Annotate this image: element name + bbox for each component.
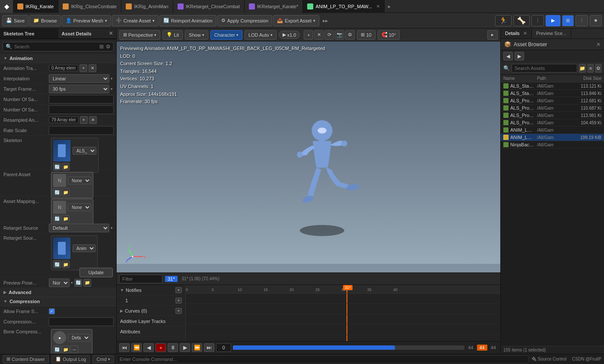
step-back-btn[interactable]: ⏪ (131, 343, 142, 352)
settings-btn[interactable]: ⋮ (531, 15, 544, 26)
skeleton-btn[interactable]: 🦴 (513, 15, 530, 26)
details-close-icon[interactable]: ✕ (523, 31, 527, 36)
pause-btn[interactable]: ⏸ (168, 343, 178, 352)
toolbar-more-icon[interactable]: ▸▸ (320, 16, 331, 25)
ab-forward-btn[interactable]: ▶ (515, 52, 524, 60)
show-btn[interactable]: Show ▾ (185, 30, 208, 40)
playback-speed-btn[interactable]: ▶ x1.0 (279, 31, 300, 39)
console-input[interactable] (117, 355, 529, 363)
interpolation-select[interactable]: Linear (49, 74, 109, 83)
lit-btn[interactable]: 💡 Lit (162, 30, 183, 40)
run-button[interactable]: ▶ (546, 15, 560, 26)
tab-ikrig-closecombate[interactable]: IKRig_CloseCombate (58, 0, 121, 13)
ab-item-2[interactable]: ALS_Props_Tor /All/Gam 112.681 Ki (501, 97, 604, 104)
remove-resampled-button[interactable]: ✕ (89, 116, 97, 124)
browse-button[interactable]: 📁 Browse (29, 15, 61, 26)
save-button[interactable]: 💾 Save (2, 15, 29, 26)
curves-add-btn[interactable]: + (175, 308, 182, 314)
asset-details-tab[interactable]: Asset Details ✕ (58, 28, 117, 39)
tab-ikretarget-closecombat[interactable]: IKRetarget_CloseCombat (173, 0, 245, 13)
ab-item-1[interactable]: ALS_StanceVari /All/Gam 113.846 Ki (501, 90, 604, 97)
num-samples2-input[interactable]: 44 (49, 105, 114, 114)
start-frame-input[interactable] (216, 343, 231, 352)
viewport-more-btn[interactable]: ▸ (487, 30, 498, 40)
reimport-button[interactable]: 🔄 Reimport Animation (159, 15, 216, 26)
cmd-btn[interactable]: Cmd ▾ (92, 355, 114, 363)
tab-anim-lp[interactable]: ANIM_LP_TO_RP_MAW... ✕ (303, 0, 385, 13)
retarget-btn[interactable]: 🏃 (495, 15, 512, 26)
mapping-reload-button[interactable]: 🔄 (53, 215, 61, 223)
col-name-header[interactable]: Name (503, 76, 535, 81)
bone-swap-button[interactable]: ↔ (70, 345, 78, 353)
snap-size-btn[interactable]: 🧲 10° (378, 30, 400, 40)
export-asset-button[interactable]: 📤 Export Asset ▾ (273, 15, 319, 26)
col-size-header[interactable]: Disk Size (573, 76, 601, 81)
retarget-source2-select[interactable]: Anim (73, 244, 95, 252)
panel-close-icon[interactable]: ✕ (109, 31, 113, 36)
camera-btn[interactable]: 📷 (335, 30, 344, 40)
content-drawer-btn[interactable]: ⊞ Content Drawer (3, 355, 49, 363)
preview-reload-btn[interactable]: 🔄 (74, 279, 82, 287)
star-btn[interactable]: ★ (590, 15, 602, 26)
allow-frame-checkbox[interactable]: ✓ (49, 308, 55, 314)
ab-folder-btn[interactable]: 📁 (579, 64, 586, 73)
refresh-btn[interactable]: ⟳ (324, 30, 334, 40)
grid-view-icon[interactable]: ⊞ (99, 44, 104, 50)
details-tab[interactable]: Details ✕ (501, 28, 532, 38)
more-layout-btn[interactable]: ⋮ (575, 15, 588, 26)
add-resampled-button[interactable]: + (80, 116, 88, 124)
preview-mesh-button[interactable]: 👤 Preview Mesh ▾ (62, 15, 111, 26)
rate-scale-input[interactable]: 1.0 (49, 126, 114, 135)
ab-filter-btn[interactable]: ≡ (588, 64, 594, 73)
lod-btn[interactable]: LOD Auto ▾ (245, 30, 277, 40)
ab-settings-btn[interactable]: ⚙ (595, 64, 601, 73)
skeleton-tree-tab[interactable]: Skeleton Tree (0, 28, 58, 39)
remove-track-button[interactable]: ✕ (89, 64, 96, 72)
advanced-section-header[interactable]: ▶ Advanced (0, 288, 116, 297)
output-log-btn[interactable]: 📋 Output Log (51, 355, 90, 363)
ab-item-7[interactable]: ANIM_LP_TO_R /All/Gam 199.19 KiB (501, 134, 604, 141)
tab-ikrig-karate[interactable]: IKRig_Karate (13, 0, 58, 13)
viewport-canvas[interactable]: Previewing Animation ANIM_LP_TO_RP_MAWAS… (117, 41, 500, 272)
goto-start-btn[interactable]: ⏮ (119, 343, 130, 352)
expand-icon[interactable]: ▶ (120, 309, 123, 313)
remove-marker-btn[interactable]: ✕ (314, 30, 324, 40)
tab-ikretarget-karate[interactable]: IKRetarget_Karate* (245, 0, 303, 13)
asset-browser-close-icon[interactable]: ✕ (596, 41, 601, 47)
ab-item-3[interactable]: ALS_Props_Tor /All/Gam 110.687 Ki (501, 104, 604, 112)
add-track-button[interactable]: + (79, 64, 87, 72)
parent-folder-button[interactable]: 📁 (62, 188, 70, 196)
ab-search-input[interactable] (512, 64, 577, 73)
ab-item-4[interactable]: ALS_Props_Tor /All/Gam 113.981 Ki (501, 112, 604, 119)
num-samples1-input[interactable]: 45 (49, 95, 114, 104)
timeline-filter-input[interactable] (119, 275, 162, 283)
ab-item-5[interactable]: ALS_Props_Tor /All/Gam 104.459 Ki (501, 119, 604, 127)
step-fwd-btn[interactable]: ⏩ (192, 343, 202, 352)
notifies-add-btn[interactable]: + (175, 287, 182, 293)
ab-item-6[interactable]: ANIM_LP_TO_R /All/Gam (501, 127, 604, 134)
retarget-source-select[interactable]: Default (49, 224, 109, 232)
settings-icon[interactable]: ⚙ (106, 44, 111, 50)
compression-section-header[interactable]: ▼ Compression (0, 297, 116, 306)
notifies-sub-add-btn[interactable]: + (175, 298, 182, 304)
layout-btn[interactable]: ⊞ (562, 15, 574, 26)
parent-asset-select[interactable]: None (68, 177, 91, 184)
target-frame-select[interactable]: 30 fps (49, 85, 109, 93)
compression-input[interactable]: 1.0 (49, 317, 114, 326)
tab-ikrig-animman[interactable]: IKRig_AnimMan (121, 0, 173, 13)
search-input[interactable] (14, 44, 97, 49)
preview-scene-tab[interactable]: Preview Sce... (532, 28, 571, 38)
perspective-btn[interactable]: ⊞ Perspective ▾ (119, 30, 160, 40)
preview-pose-select[interactable]: Nor (49, 279, 70, 287)
col-path-header[interactable]: Path (537, 76, 572, 81)
bone-folder-button[interactable]: 📁 (62, 345, 70, 353)
add-marker-btn[interactable]: + (304, 30, 313, 40)
track-content[interactable]: 0 5 10 15 20 25 30 35 40 31* (186, 285, 500, 341)
preview-folder-btn[interactable]: 📁 (83, 279, 91, 287)
tab-close-icon[interactable]: ✕ (376, 4, 380, 9)
ab-back-btn[interactable]: ◀ (503, 52, 513, 60)
ab-item-0[interactable]: ALS_StanceVari /All/Gam 113.121 Ki (501, 82, 604, 90)
mapping-folder-button[interactable]: 📁 (62, 215, 70, 223)
prev-frame-btn[interactable]: ◀ (143, 343, 154, 352)
update-button[interactable]: Update (79, 268, 113, 277)
